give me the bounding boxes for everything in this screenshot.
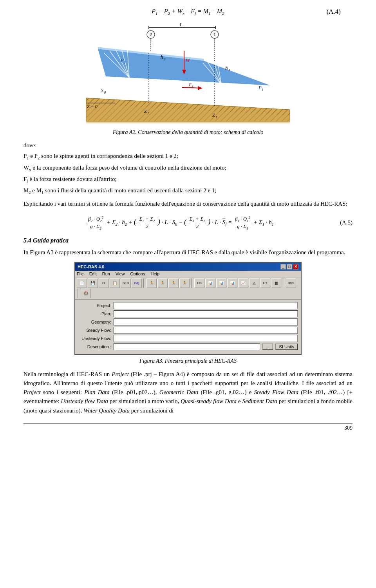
figure-a3-caption: Figura A3. Finestra principale di HEC-RA… [24, 358, 352, 364]
unsteady-flow-label: Unsteady Flow: [78, 336, 114, 341]
toolbar-cut-btn[interactable]: ✂ [99, 279, 109, 288]
toolbar-save-btn[interactable]: 💾 [88, 279, 98, 288]
svg-text:Z: Z [212, 112, 215, 118]
hecras-titlebar: HEC-RAS 4.0 _ □ ✕ [75, 263, 301, 271]
section-intro-paragraph: In Figura A3 è rappresentata la schermat… [24, 248, 352, 257]
maximize-button[interactable]: □ [287, 264, 292, 270]
menu-edit[interactable]: Edit [89, 271, 97, 276]
plan-row: Plan: [78, 310, 298, 317]
svg-text:1: 1 [213, 32, 216, 37]
toolbar-dss-btn[interactable]: DSS [286, 279, 296, 288]
equation-a5-formula: β2 · Q22 g · Σ2 + Σ2 · h2 + ( Σ1 + Σ2 2 … [35, 215, 325, 230]
svg-text:1: 1 [228, 68, 230, 72]
description-row: Description : ... SI Units [78, 343, 298, 350]
toolbar-btn17[interactable]: HT [260, 279, 270, 288]
hecras-window: HEC-RAS 4.0 _ □ ✕ File Edit Run View Opt… [74, 262, 302, 355]
svg-text:W: W [186, 57, 190, 63]
geometry-input[interactable] [114, 318, 298, 326]
menu-help[interactable]: Help [150, 271, 159, 276]
browse-button[interactable]: ... [262, 344, 273, 350]
svg-text:2: 2 [164, 57, 166, 61]
steady-flow-row: Steady Flow: [78, 327, 298, 334]
svg-text:2: 2 [150, 32, 152, 37]
section-5-4-intro: In Figura A3 è rappresentata la schermat… [24, 248, 352, 257]
hecras-toolbar: 📄 💾 ✂ 📋 SED C(t) 🏃 🏃 🏃 🏃 HD 📊 📊 📊 📈 △ HT… [75, 277, 301, 300]
project-row: Project: [78, 302, 298, 309]
hecras-titlebar-buttons[interactable]: _ □ ✕ [280, 264, 298, 270]
toolbar-btn18[interactable]: ▦ [271, 279, 281, 288]
equation-a5-section: β2 · Q22 g · Σ2 + Σ2 · h2 + ( Σ1 + Σ2 2 … [24, 215, 352, 230]
toolbar-sep4 [78, 289, 79, 298]
svg-text:h: h [225, 65, 228, 71]
esplicit-paragraph: Esplicitando i vari termini si ottiene l… [24, 199, 352, 208]
svg-text:0: 0 [104, 91, 106, 94]
toolbar-btn16[interactable]: △ [249, 279, 259, 288]
project-label: Project: [78, 303, 114, 308]
si-units-button[interactable]: SI Units [275, 344, 298, 350]
toolbar-btn11[interactable]: HD [194, 279, 204, 288]
toolbar-btn15[interactable]: 📈 [238, 279, 248, 288]
unsteady-flow-row: Unsteady Flow: [78, 335, 298, 342]
svg-text:2: 2 [124, 60, 126, 64]
toolbar-btn12[interactable]: 📊 [205, 279, 215, 288]
svg-text:1: 1 [215, 116, 217, 119]
menu-run[interactable]: Run [102, 271, 110, 276]
equation-a5-label: (A.5) [325, 219, 352, 226]
section-5-4-heading: 5.4 Guida pratica [24, 237, 352, 244]
body-intro-section: dove: P1 e P2 sono le spinte agenti in c… [24, 141, 352, 196]
toolbar-new-btn[interactable]: 📄 [77, 279, 87, 288]
plan-input[interactable] [114, 310, 298, 317]
p1p2-line: P1 e P2 sono le spinte agenti in corrisp… [24, 152, 352, 161]
toolbar-sep1 [143, 279, 145, 288]
close-button[interactable]: ✕ [293, 264, 298, 270]
toolbar-btn10[interactable]: 🏃 [179, 279, 190, 288]
svg-marker-38 [198, 86, 202, 90]
menu-options[interactable]: Options [130, 271, 145, 276]
figure-a2-caption: Figura A2. Conservazione della quantità … [24, 129, 352, 136]
project-input[interactable] [114, 302, 298, 309]
menu-view[interactable]: View [116, 271, 125, 276]
toolbar-btn13[interactable]: 📊 [216, 279, 226, 288]
geometry-row: Geometry: [78, 318, 298, 326]
hecras-form: Project: Plan: Geometry: Steady Flow: Un… [75, 300, 301, 354]
toolbar-btn9[interactable]: 🏃 [168, 279, 179, 288]
toolbar-sep2 [191, 279, 193, 288]
bottom-body-text: Nella terminologia di HEC-RAS un Project… [24, 370, 352, 415]
svg-text:Z = 0: Z = 0 [87, 104, 98, 109]
dove-label: dove: [24, 141, 352, 150]
toolbar-sep3 [283, 279, 284, 288]
toolbar-btn14[interactable]: 📊 [227, 279, 237, 288]
equation-a4-label: (A.4) [224, 8, 341, 16]
menu-file[interactable]: File [77, 271, 84, 276]
bottom-paragraph: Nella terminologia di HEC-RAS un Project… [24, 370, 352, 415]
svg-text:2: 2 [147, 112, 149, 115]
svg-text:F: F [188, 82, 192, 87]
toolbar-btn6[interactable]: C(t) [132, 279, 142, 288]
steady-flow-input[interactable] [114, 327, 298, 334]
toolbar-btn8[interactable]: 🏃 [157, 279, 168, 288]
minimize-button[interactable]: _ [280, 264, 286, 270]
unsteady-flow-input[interactable] [114, 335, 298, 342]
equation-formula: P1 – P2 + Wx – Ff = M1 – M2 [152, 8, 224, 16]
wx-line: Wx è la componente della forza peso del … [24, 163, 352, 173]
page-number: 309 [24, 423, 352, 431]
toolbar-btn5[interactable]: SED [121, 279, 131, 288]
svg-text:1: 1 [262, 88, 264, 92]
hecras-title: HEC-RAS 4.0 [78, 264, 104, 269]
channel-diagram-svg: L 2 1 P 2 h 2 [78, 20, 298, 125]
top-equation-section: P1 – P2 + Wx – Ff = M1 – M2 (A.4) [24, 8, 352, 16]
esplicit-text: Esplicitando i vari termini si ottiene l… [24, 199, 352, 208]
svg-text:L: L [179, 22, 182, 27]
channel-diagram-container: L 2 1 P 2 h 2 [74, 20, 302, 125]
toolbar-last-btn[interactable]: 🏰 [81, 289, 91, 298]
toolbar-btn7[interactable]: 🏃 [146, 279, 157, 288]
svg-text:P: P [120, 57, 124, 63]
plan-label: Plan: [78, 311, 114, 316]
steady-flow-label: Steady Flow: [78, 328, 114, 333]
description-input[interactable] [114, 343, 260, 350]
toolbar-copy-btn[interactable]: 📋 [110, 279, 120, 288]
hecras-menubar: File Edit Run View Options Help [75, 271, 301, 277]
svg-text:Z: Z [144, 109, 147, 114]
geometry-label: Geometry: [78, 320, 114, 324]
m2m1-line: M2 e M1 sono i flussi della quantità di … [24, 186, 352, 196]
